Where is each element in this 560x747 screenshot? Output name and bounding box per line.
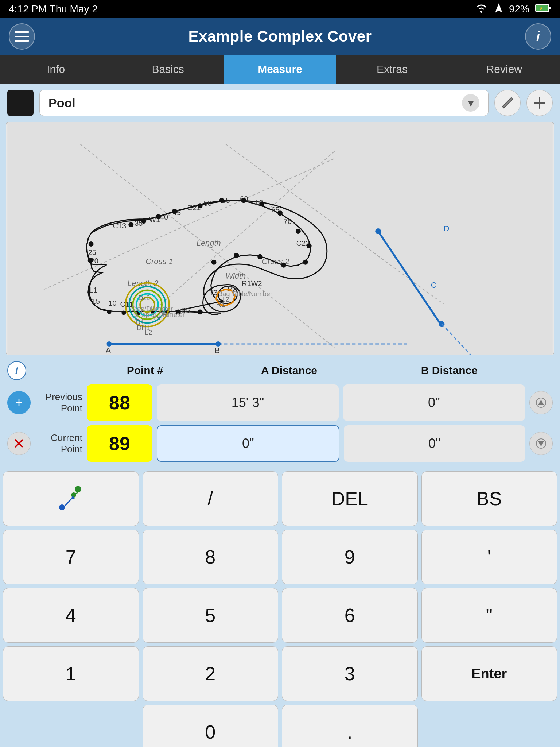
key-2[interactable]: 2 bbox=[143, 646, 279, 701]
svg-point-102 bbox=[75, 486, 81, 492]
key-6[interactable]: 6 bbox=[282, 588, 418, 643]
nav-tabs: Info Basics Measure Extras Review bbox=[0, 55, 560, 84]
key-bs[interactable]: BS bbox=[421, 471, 557, 526]
current-a-distance[interactable]: 0" bbox=[157, 425, 339, 462]
svg-text:C: C bbox=[431, 280, 437, 290]
col-header-point: Point # bbox=[81, 364, 209, 377]
tab-basics[interactable]: Basics bbox=[112, 55, 224, 84]
svg-rect-8 bbox=[15, 40, 29, 42]
svg-point-89 bbox=[375, 228, 381, 234]
key-feet[interactable]: ' bbox=[421, 530, 557, 584]
chevron-down-icon: ▾ bbox=[462, 94, 479, 112]
svg-text:T3: T3 bbox=[209, 289, 218, 297]
up-arrow-button[interactable] bbox=[529, 391, 553, 414]
key-graph-icon[interactable] bbox=[3, 471, 139, 526]
measure-panel: i Point # A Distance B Distance + Previo… bbox=[0, 355, 560, 462]
measure-header: i Point # A Distance B Distance bbox=[7, 361, 553, 380]
current-b-distance: 0" bbox=[344, 425, 525, 462]
svg-rect-11 bbox=[7, 122, 552, 355]
remove-point-button[interactable]: ✕ bbox=[7, 432, 31, 455]
key-3[interactable]: 3 bbox=[282, 646, 418, 701]
key-4[interactable]: 4 bbox=[3, 588, 139, 643]
svg-text:25: 25 bbox=[88, 248, 96, 256]
battery-level: 92% bbox=[509, 3, 529, 15]
status-time-date: 4:12 PM Thu May 2 bbox=[9, 3, 98, 15]
pool-diagram: Cross 1 Length 2 Length Width Cross 2 20… bbox=[6, 122, 554, 355]
svg-text:Cross 1: Cross 1 bbox=[145, 257, 173, 266]
svg-point-60 bbox=[89, 241, 94, 247]
svg-text:⚡: ⚡ bbox=[539, 6, 544, 11]
pool-name: Pool bbox=[48, 96, 75, 110]
svg-point-44 bbox=[303, 260, 308, 265]
svg-point-56 bbox=[172, 209, 177, 214]
svg-point-53 bbox=[277, 210, 283, 216]
page-title: Example Complex Cover bbox=[188, 28, 372, 45]
col-header-b-dist: B Distance bbox=[369, 364, 529, 377]
tab-measure[interactable]: Measure bbox=[224, 55, 336, 84]
svg-point-59 bbox=[128, 222, 133, 227]
tab-review[interactable]: Review bbox=[448, 55, 560, 84]
svg-rect-3 bbox=[549, 7, 551, 9]
measure-info-icon[interactable]: i bbox=[7, 361, 26, 380]
svg-point-48 bbox=[211, 260, 217, 265]
menu-button[interactable] bbox=[9, 23, 35, 50]
svg-point-51 bbox=[241, 198, 246, 203]
svg-text:B: B bbox=[215, 346, 220, 355]
status-right: 92% ⚡ bbox=[474, 3, 551, 16]
svg-text:70: 70 bbox=[284, 217, 292, 225]
previous-point-number[interactable]: 88 bbox=[87, 384, 152, 421]
svg-rect-7 bbox=[15, 36, 29, 37]
svg-text:L2: L2 bbox=[145, 329, 152, 336]
down-arrow-button[interactable] bbox=[529, 432, 553, 455]
svg-point-57 bbox=[156, 214, 161, 219]
keypad: / DEL BS 7 8 9 ' 4 5 6 " 1 2 3 Enter bbox=[0, 465, 560, 747]
key-5[interactable]: 5 bbox=[143, 588, 279, 643]
add-button[interactable] bbox=[526, 90, 553, 116]
current-point-label: CurrentPoint bbox=[35, 432, 82, 455]
tab-extras[interactable]: Extras bbox=[336, 55, 448, 84]
key-8[interactable]: 8 bbox=[143, 530, 279, 584]
previous-point-row: + PreviousPoint 88 15' 3" 0" bbox=[7, 384, 553, 421]
svg-point-45 bbox=[281, 263, 286, 268]
key-enter[interactable]: Enter bbox=[421, 646, 557, 701]
svg-text:50: 50 bbox=[204, 199, 212, 207]
edit-button[interactable] bbox=[494, 90, 521, 116]
key-inches[interactable]: " bbox=[421, 588, 557, 643]
svg-text:R1W2: R1W2 bbox=[242, 279, 262, 287]
key-empty-right bbox=[421, 705, 557, 747]
previous-a-distance: 15' 3" bbox=[157, 384, 339, 421]
pool-selector[interactable]: Pool ▾ bbox=[39, 90, 489, 116]
svg-point-46 bbox=[257, 254, 262, 259]
svg-text:C13: C13 bbox=[113, 222, 126, 230]
svg-text:D: D bbox=[444, 224, 450, 233]
header-info-button[interactable]: i bbox=[525, 23, 551, 50]
key-slash[interactable]: / bbox=[143, 471, 279, 526]
svg-point-50 bbox=[219, 198, 225, 203]
col-header-a-dist: A Distance bbox=[209, 364, 369, 377]
app-header: Example Complex Cover i bbox=[0, 18, 560, 55]
key-9[interactable]: 9 bbox=[282, 530, 418, 584]
svg-text:Dz2: Dz2 bbox=[138, 294, 150, 302]
add-point-button[interactable]: + bbox=[7, 391, 31, 414]
key-7[interactable]: 7 bbox=[3, 530, 139, 584]
svg-point-49 bbox=[198, 203, 203, 208]
svg-point-63 bbox=[198, 309, 203, 314]
svg-point-58 bbox=[141, 218, 146, 224]
key-del[interactable]: DEL bbox=[282, 471, 418, 526]
svg-point-64 bbox=[107, 310, 111, 314]
svg-text:R1: R1 bbox=[216, 300, 225, 308]
key-0[interactable]: 0 bbox=[143, 705, 279, 747]
svg-point-47 bbox=[234, 253, 239, 258]
battery-icon: ⚡ bbox=[535, 3, 551, 15]
current-point-number[interactable]: 89 bbox=[87, 425, 152, 462]
canvas-area[interactable]: Cross 1 Length 2 Length Width Cross 2 20… bbox=[6, 122, 554, 355]
key-1[interactable]: 1 bbox=[3, 646, 139, 701]
current-point-row: ✕ CurrentPoint 89 0" 0" bbox=[7, 425, 553, 462]
svg-rect-6 bbox=[15, 31, 29, 33]
tab-info[interactable]: Info bbox=[0, 55, 112, 84]
key-dot[interactable]: . bbox=[282, 705, 418, 747]
svg-point-105 bbox=[59, 504, 65, 510]
status-bar: 4:12 PM Thu May 2 92% ⚡ bbox=[0, 0, 560, 18]
wifi-icon bbox=[474, 3, 489, 16]
svg-text:40: 40 bbox=[160, 213, 168, 221]
